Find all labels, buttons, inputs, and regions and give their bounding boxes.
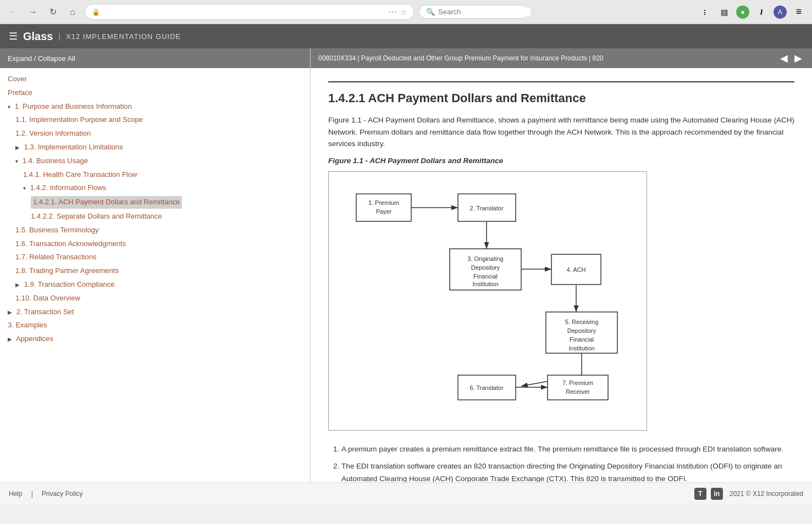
toc-link-s1-1[interactable]: 1.1. Implementation Purpose and Scope: [15, 115, 143, 124]
search-bar[interactable]: 🔍: [419, 5, 529, 19]
footer-right: T in 2021 © X12 Incorporated: [694, 488, 803, 500]
profile-blue-icon[interactable]: A: [774, 5, 787, 19]
toc-link-s1-6[interactable]: 1.6. Transaction Acknowledgments: [15, 239, 126, 248]
node-translator-2-text: 6. Translator: [469, 384, 503, 391]
expand-collapse-label: Expand / Collapse All: [8, 54, 75, 63]
browser-chrome: ← → ↻ ⌂ 🔒 https://x334-008010.x12.org ⋯ …: [0, 0, 812, 24]
footer: Help | Privacy Policy T in 2021 © X12 In…: [0, 482, 812, 504]
node-premium-payer-text: 1. Premium: [368, 199, 399, 206]
toc-link-s1-4-1[interactable]: 1.4.1. Health Care Transaction Flow: [23, 170, 137, 179]
arrow-s1: ▾: [8, 104, 10, 110]
bookmark-icon: ☆: [400, 8, 407, 16]
more-options-icon: ⋯: [388, 7, 397, 17]
toc-link-preface[interactable]: Preface: [8, 88, 32, 97]
toc-item-s1-4-2[interactable]: ▾ 1.4.2. Information Flows: [0, 181, 310, 195]
home-button[interactable]: ⌂: [65, 4, 80, 20]
footer-help-link[interactable]: Help: [9, 490, 23, 498]
toc-link-s2[interactable]: 2. Transaction Set: [16, 308, 74, 316]
svg-text:Receiver: Receiver: [566, 388, 590, 395]
arrow-s1-4-2: ▾: [23, 185, 26, 191]
content-nav: ◀ ▶: [778, 52, 804, 64]
back-button[interactable]: ←: [5, 4, 21, 20]
toc-link-cover[interactable]: Cover: [8, 75, 27, 83]
text-size-icon[interactable]: I: [754, 4, 769, 20]
app-title: X12 IMPLEMENTATION GUIDE: [66, 32, 181, 41]
url-input[interactable]: https://x334-008010.x12.org: [103, 8, 385, 16]
footer-privacy-link[interactable]: Privacy Policy: [42, 490, 83, 498]
menu-icon[interactable]: ≡: [791, 4, 807, 20]
toc-item-preface[interactable]: Preface: [0, 86, 310, 100]
footer-copyright: 2021 © X12 Incorporated: [730, 490, 803, 498]
search-input[interactable]: [438, 8, 531, 16]
toc-item-s1-8[interactable]: 1.8. Trading Partner Agreements: [0, 264, 310, 278]
content-area: 008010X334 | Payroll Deducted and Other …: [311, 48, 812, 482]
toc-item-appendices[interactable]: ▶ Appendices: [0, 332, 310, 346]
footer-separator: |: [31, 490, 33, 498]
toc-item-s1-4-2-1[interactable]: 1.4.2.1. ACH Payment Dollars and Remitta…: [0, 195, 310, 210]
toc-link-s1-8[interactable]: 1.8. Trading Partner Agreements: [15, 266, 119, 275]
toc-item-s1-2[interactable]: 1.2. Version Information: [0, 127, 310, 141]
toc-link-s1-2[interactable]: 1.2. Version Information: [15, 129, 91, 137]
linkedin-icon[interactable]: in: [711, 488, 723, 500]
toc-link-s3[interactable]: 3. Examples: [8, 321, 47, 329]
toc-item-s1-9[interactable]: ▶ 1.9. Transaction Compliance: [0, 278, 310, 292]
toc-item-s1-1[interactable]: 1.1. Implementation Purpose and Scope: [0, 113, 310, 127]
toc-item-s1-4-2-2[interactable]: 1.4.2.2. Separate Dollars and Remittance: [0, 210, 310, 224]
reload-button[interactable]: ↻: [45, 4, 60, 20]
reader-view-icon[interactable]: ▤: [716, 4, 732, 20]
prev-section-button[interactable]: ◀: [778, 52, 790, 64]
node-premium-payer: [356, 194, 411, 221]
main-layout: Expand / Collapse All Cover Preface ▾ 1.…: [0, 48, 812, 482]
diagram-container: 1. Premium Payer 2. Translator 3. Origin…: [328, 171, 647, 431]
app-brand: Glass: [23, 30, 53, 43]
svg-text:7. Premium: 7. Premium: [562, 380, 593, 386]
toc-item-s1-4[interactable]: ▾ 1.4. Business Usage: [0, 154, 310, 168]
toc-link-s1-4[interactable]: 1.4. Business Usage: [23, 157, 88, 165]
node-translator-1-text: 2. Translator: [469, 205, 503, 211]
toc-link-s1-4-2-2[interactable]: 1.4.2.2. Separate Dollars and Remittance: [31, 212, 162, 220]
next-section-button[interactable]: ▶: [792, 52, 804, 64]
toc-item-s1-3[interactable]: ▶ 1.3. Implementation Limitations: [0, 141, 310, 154]
content-toolbar: 008010X334 | Payroll Deducted and Other …: [311, 48, 812, 68]
arrow-s2: ▶: [8, 309, 12, 315]
svg-text:5. Receiving: 5. Receiving: [565, 319, 599, 325]
lock-icon: 🔒: [92, 8, 100, 16]
toc-item-s1-6[interactable]: 1.6. Transaction Acknowledgments: [0, 237, 310, 251]
toc-link-s1-4-2-1[interactable]: 1.4.2.1. ACH Payment Dollars and Remitta…: [31, 196, 182, 209]
toc-link-s1-9[interactable]: 1.9. Transaction Compliance: [24, 280, 115, 288]
toc-item-s1-7[interactable]: 1.7. Related Transactions: [0, 250, 310, 264]
toc-item-s1-4-1[interactable]: 1.4.1. Health Care Transaction Flow: [0, 168, 310, 182]
search-icon: 🔍: [426, 8, 435, 16]
sidebar-toc[interactable]: Cover Preface ▾ 1. Purpose and Business …: [0, 68, 310, 482]
arrow-s1-3: ▶: [15, 144, 20, 150]
toc-link-s1-10[interactable]: 1.10. Data Overview: [15, 294, 80, 302]
toc-link-s1-7[interactable]: 1.7. Related Transactions: [15, 253, 96, 261]
svg-text:Financial: Financial: [570, 336, 594, 343]
arrow-appendices: ▶: [8, 336, 12, 342]
library-icon[interactable]: ⫶: [697, 4, 712, 20]
toc-item-s1-10[interactable]: 1.10. Data Overview: [0, 292, 310, 305]
profile-green-icon[interactable]: ●: [736, 5, 749, 19]
browser-toolbar-icons: ⫶ ▤ ● I A ≡: [697, 4, 807, 20]
toc-item-s2[interactable]: ▶ 2. Transaction Set: [0, 305, 310, 319]
toc-item-s1[interactable]: ▾ 1. Purpose and Business Information: [0, 100, 310, 114]
sidebar-toolbar[interactable]: Expand / Collapse All: [0, 48, 310, 68]
toc-label-s1: 1. Purpose and Business Information: [15, 102, 132, 110]
toc-item-cover[interactable]: Cover: [0, 73, 310, 86]
toc-link-s1-3[interactable]: 1.3. Implementation Limitations: [24, 143, 123, 151]
svg-text:Depository: Depository: [567, 327, 596, 334]
arrow-s1-9: ▶: [15, 282, 20, 288]
node-premium-receiver: [548, 375, 608, 400]
toc-item-s3[interactable]: 3. Examples: [0, 319, 310, 332]
node-ach-text: 4. ACH: [567, 266, 586, 273]
content-body: 1.4.2.1 ACH Payment Dollars and Remittan…: [311, 68, 812, 482]
toc-item-s1-5[interactable]: 1.5. Business Terminology: [0, 224, 310, 237]
hamburger-menu-icon[interactable]: ☰: [9, 30, 18, 42]
forward-button[interactable]: →: [25, 4, 41, 20]
twitter-icon[interactable]: T: [694, 488, 706, 500]
toc-link-s1-4-2[interactable]: 1.4.2. Information Flows: [30, 183, 107, 192]
toc-link-s1-5[interactable]: 1.5. Business Terminology: [15, 226, 99, 234]
address-bar[interactable]: 🔒 https://x334-008010.x12.org ⋯ ☆: [85, 4, 415, 20]
section-divider: [328, 81, 794, 82]
svg-text:Payer: Payer: [376, 208, 392, 215]
